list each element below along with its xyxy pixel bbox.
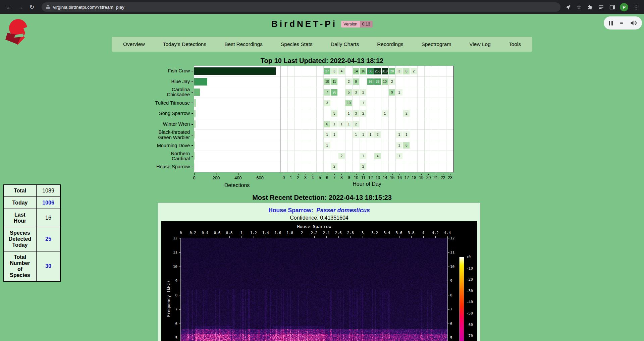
heat-cell xyxy=(345,140,353,151)
heat-cell-value: 2 xyxy=(389,78,395,85)
url-text: virginia.birdnetpi.com/?stream=play xyxy=(53,5,124,10)
heat-cell xyxy=(338,161,345,172)
spectrogram-x-tick-label: 3 xyxy=(362,231,364,235)
heat-cell: 7 xyxy=(324,87,331,98)
heat-cell xyxy=(288,161,295,172)
heat-cell xyxy=(439,108,446,119)
axis-tick xyxy=(192,113,193,114)
profile-avatar[interactable]: P xyxy=(620,3,628,11)
heat-cell: 2 xyxy=(331,161,338,172)
nav-item-spectrogram[interactable]: Spectrogram xyxy=(413,41,461,47)
heat-cell: 5 xyxy=(345,87,353,98)
heat-cell-value: 9 xyxy=(389,89,395,96)
hour-tick-label: 1 xyxy=(287,174,295,180)
back-icon[interactable]: ← xyxy=(4,2,14,12)
heat-cell xyxy=(309,130,317,140)
reload-icon[interactable]: ↻ xyxy=(27,2,37,12)
spectrogram-y-tick-label: 5 xyxy=(164,336,177,340)
axis-tick xyxy=(192,156,193,157)
spectrogram-x-tick-label: 2.6 xyxy=(335,231,342,235)
bookmark-star-icon[interactable]: ☆ xyxy=(576,4,582,10)
heat-cell-value: 36 xyxy=(367,78,374,85)
heat-cell xyxy=(410,108,418,119)
heat-cell-value: 10 xyxy=(324,78,330,85)
heat-cell xyxy=(446,130,454,140)
nav-item-today-s-detections[interactable]: Today's Detections xyxy=(154,41,216,47)
colorbar-tick-label: -30 xyxy=(466,289,473,293)
nav-item-daily-charts[interactable]: Daily Charts xyxy=(322,41,368,47)
heat-cell-value: 1 xyxy=(367,131,374,138)
heat-cell xyxy=(410,87,418,98)
spectrogram-x-tick-mark xyxy=(387,236,387,238)
heat-cell xyxy=(280,140,288,151)
lock-icon xyxy=(46,5,50,9)
heat-cell-value: 16 xyxy=(360,68,366,74)
spectrogram-title: House Sparrow xyxy=(181,224,447,229)
heat-cell: 68 xyxy=(367,66,374,77)
pause-icon[interactable] xyxy=(609,21,613,25)
nav-item-overview[interactable]: Overview xyxy=(114,41,154,47)
heat-cell: 1 xyxy=(367,130,374,140)
heat-cell: 4 xyxy=(338,66,345,77)
spectrogram-y-tick-label: 12 xyxy=(450,236,464,240)
url-bar[interactable]: virginia.birdnetpi.com/?stream=play xyxy=(42,2,560,12)
audio-player[interactable] xyxy=(604,16,642,30)
heat-cell xyxy=(446,140,454,151)
spectrogram-x-tick-mark xyxy=(229,236,230,238)
extensions-puzzle-icon[interactable] xyxy=(587,4,593,10)
hour-tick-label: 5 xyxy=(316,174,324,180)
stats-value-link[interactable]: 30 xyxy=(36,251,60,281)
stats-label: Total Number of Species xyxy=(4,251,36,281)
spectrogram-x-tick-mark xyxy=(193,236,193,238)
reading-list-icon[interactable] xyxy=(598,4,604,10)
bar-tick-label: 0 xyxy=(193,175,195,180)
recent-detection-heading: Most Recent Detection: 2022-04-13 18:15:… xyxy=(0,194,644,202)
heat-cell-value: 1 xyxy=(324,142,330,149)
side-panel-icon[interactable] xyxy=(609,4,615,10)
heat-cell-value: 27 xyxy=(324,68,330,74)
nav-item-recordings[interactable]: Recordings xyxy=(368,41,412,47)
hour-tick-label: 23 xyxy=(446,174,454,180)
heat-cell xyxy=(302,119,310,130)
heat-cell xyxy=(439,77,446,88)
menu-kebab-icon[interactable]: ⋮ xyxy=(633,4,639,10)
spectrogram-y-tick-label: 6 xyxy=(450,322,464,326)
stats-value-link[interactable]: 25 xyxy=(36,227,60,251)
hour-tick-label: 2 xyxy=(294,174,302,180)
nav-item-view-log[interactable]: View Log xyxy=(460,41,499,47)
heat-cell: 26 xyxy=(331,87,338,98)
heat-cell: 10 xyxy=(381,77,389,88)
nav-item-species-stats[interactable]: Species Stats xyxy=(272,41,322,47)
heat-cell xyxy=(374,108,382,119)
species-label-text: House Sparrow xyxy=(156,164,190,169)
spectrogram: House Sparrow Frequency (kHz) 00.20.40.6… xyxy=(161,221,477,341)
heat-cell: 2 xyxy=(403,108,411,119)
heat-cell: 1 xyxy=(381,108,389,119)
volume-icon[interactable] xyxy=(630,19,637,26)
heat-cell xyxy=(338,140,345,151)
heat-cell-value: 9 xyxy=(353,78,359,85)
heat-cell xyxy=(410,130,418,140)
heat-cell xyxy=(338,87,345,98)
send-icon[interactable] xyxy=(565,4,571,10)
heat-cell: 1 xyxy=(403,130,411,140)
forward-icon[interactable]: → xyxy=(15,2,25,12)
seek-handle[interactable] xyxy=(620,22,623,24)
bar-row xyxy=(194,108,280,119)
detections-bar xyxy=(194,163,195,170)
nav-item-tools[interactable]: Tools xyxy=(500,41,530,47)
heat-cell xyxy=(360,140,367,151)
version-value: 0.13 xyxy=(360,21,373,27)
heat-cell xyxy=(280,108,288,119)
bar-row xyxy=(194,161,280,172)
species-name-link[interactable]: House Sparrow: xyxy=(268,207,313,214)
spectrogram-x-tick-mark xyxy=(181,236,181,238)
heat-cell xyxy=(338,108,345,119)
stats-label: Species Detected Today xyxy=(4,227,36,251)
heat-cell xyxy=(345,130,353,140)
heat-cell-value: 1 xyxy=(345,121,352,127)
hour-tick-label: 10 xyxy=(353,174,360,180)
heat-cell: 1 xyxy=(396,151,403,162)
heat-cell: 1 xyxy=(396,140,403,151)
nav-item-best-recordings[interactable]: Best Recordings xyxy=(215,41,272,47)
